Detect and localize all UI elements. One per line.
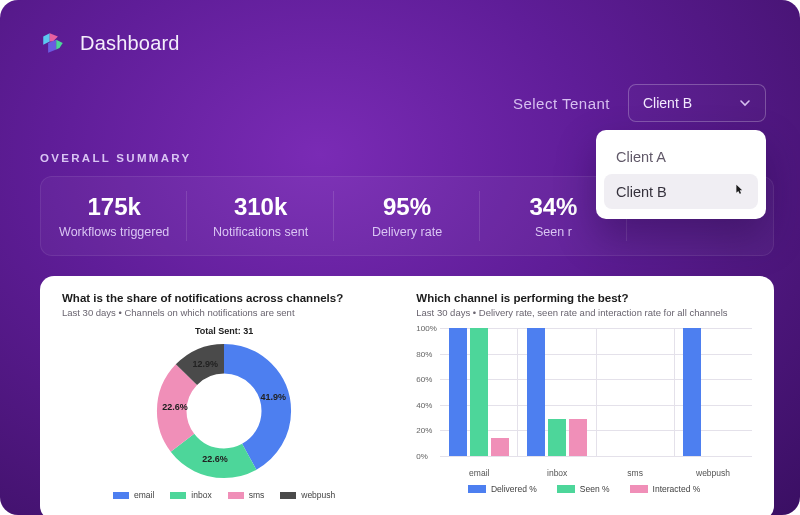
legend-item-delivered: Delivered % <box>468 484 537 494</box>
bar-x-label-email: email <box>440 468 518 478</box>
bar-chart: 0%20%40%60%80%100% emailinboxsmswebpush <box>440 328 752 478</box>
chevron-down-icon <box>739 97 751 109</box>
bar-inbox-delivered- <box>527 328 545 456</box>
legend-item-webpush: webpush <box>280 490 335 500</box>
legend-item-sms: sms <box>228 490 265 500</box>
bar-webpush-delivered- <box>683 328 701 456</box>
donut-subtitle: Last 30 days • Channels on which notific… <box>62 307 386 318</box>
page-title: Dashboard <box>80 32 180 55</box>
bar-email-seen- <box>470 328 488 456</box>
tenant-label: Select Tenant <box>513 95 610 112</box>
tenant-select[interactable]: Client B <box>628 84 766 122</box>
donut-title: What is the share of notifications acros… <box>62 292 386 304</box>
bar-group-inbox <box>518 328 596 456</box>
stat-delivery-rate: 95% Delivery rate <box>334 177 480 255</box>
bar-x-label-sms: sms <box>596 468 674 478</box>
stat-notifications-sent: 310k Notifications sent <box>187 177 333 255</box>
donut-slice-label-email: 41.9% <box>261 392 287 402</box>
donut-total-label: Total Sent: 31 <box>62 326 386 336</box>
app-logo-icon <box>40 30 66 56</box>
bar-legend: Delivered % Seen % Interacted % <box>416 484 752 494</box>
charts-card: What is the share of notifications acros… <box>40 276 774 515</box>
bar-chart-panel: Which channel is performing the best? La… <box>416 292 752 500</box>
legend-item-email: email <box>113 490 154 500</box>
donut-legend: email inbox sms webpush <box>62 490 386 500</box>
bar-group-email <box>440 328 518 456</box>
bar-email-interacted- <box>491 438 509 456</box>
tenant-option-client-a[interactable]: Client A <box>604 140 758 174</box>
tenant-row: Select Tenant Client B Client A Client B <box>40 84 774 122</box>
bar-group-sms <box>597 328 675 456</box>
legend-item-inbox: inbox <box>170 490 211 500</box>
bar-email-delivered- <box>449 328 467 456</box>
legend-item-seen: Seen % <box>557 484 610 494</box>
bar-inbox-interacted- <box>569 419 587 456</box>
bar-title: Which channel is performing the best? <box>416 292 752 304</box>
stat-workflows-triggered: 175k Workflows triggered <box>41 177 187 255</box>
bar-x-label-webpush: webpush <box>674 468 752 478</box>
legend-item-interacted: Interacted % <box>630 484 701 494</box>
pointer-cursor-icon <box>732 183 746 200</box>
bar-group-webpush <box>675 328 752 456</box>
tenant-select-value: Client B <box>643 95 692 111</box>
dashboard-app: Dashboard Select Tenant Client B Client … <box>0 0 800 515</box>
tenant-dropdown: Client A Client B <box>596 130 766 219</box>
donut-slice-label-sms: 22.6% <box>162 402 188 412</box>
svg-marker-2 <box>48 40 56 53</box>
svg-marker-3 <box>56 40 63 50</box>
donut-chart: 41.9% 22.6% 22.6% 12.9% <box>155 342 293 480</box>
donut-slice-label-inbox: 22.6% <box>202 454 228 464</box>
tenant-option-client-b[interactable]: Client B <box>604 174 758 209</box>
header: Dashboard <box>40 30 774 56</box>
bar-x-label-inbox: inbox <box>518 468 596 478</box>
bar-inbox-seen- <box>548 419 566 456</box>
bar-subtitle: Last 30 days • Delivery rate, seen rate … <box>416 307 752 318</box>
donut-chart-panel: What is the share of notifications acros… <box>62 292 386 500</box>
donut-slice-label-webpush: 12.9% <box>192 359 218 369</box>
